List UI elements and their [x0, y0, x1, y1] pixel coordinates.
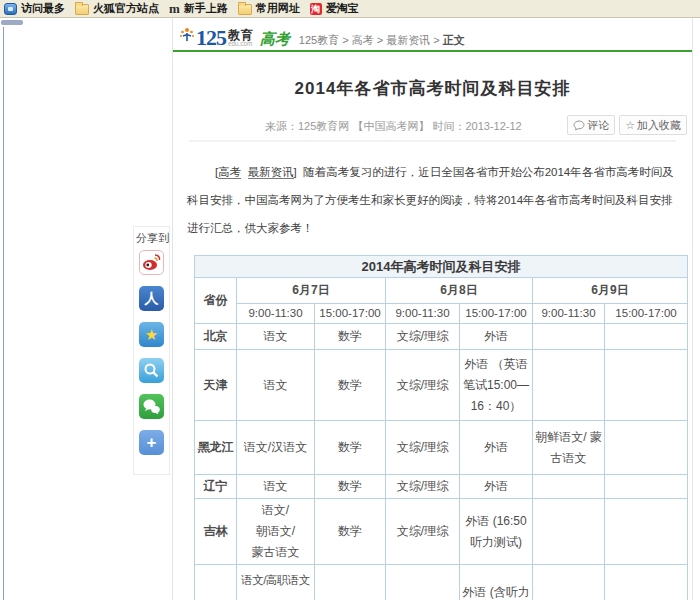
logo-icon — [179, 27, 195, 43]
subject-cell: 文综/理综 — [386, 324, 460, 350]
table-title: 2014年高考时间及科目安排 — [195, 256, 688, 278]
bookmark-label: 新手上路 — [184, 1, 228, 16]
meta-row: 来源：125教育网 【中国高考网】 时间：2013-12-12 评论 ☆ 加入收… — [173, 115, 692, 137]
bookmark-firefox-official[interactable]: 火狐官方站点 — [75, 1, 159, 16]
subject-cell — [533, 350, 605, 421]
sidebar-border — [3, 27, 4, 600]
article-page: 125 教育 edu.com 高考 125教育 > 高考 > 最新资讯 > 正文… — [172, 18, 693, 600]
subject-cell — [605, 350, 688, 421]
subject-cell — [605, 324, 688, 350]
favorite-button[interactable]: ☆ 加入收藏 — [619, 115, 687, 135]
province-cell: 黑龙江 — [195, 421, 237, 475]
qzone-icon[interactable]: ★ — [139, 322, 164, 347]
tencent-weibo-icon[interactable] — [139, 358, 164, 383]
taobao-icon: 淘 — [310, 3, 322, 15]
divider — [189, 140, 676, 142]
subject-cell: 数学 — [315, 421, 386, 475]
mozilla-icon: m — [169, 3, 180, 15]
table-row: 语文/高职语文 外语 (含听力 — [195, 565, 688, 600]
share-more-icon[interactable]: + — [139, 430, 164, 455]
subject-cell — [605, 565, 688, 600]
subject-cell: 外语 (16:50 听力测试) — [460, 499, 533, 565]
logo-number: 125 — [196, 27, 226, 49]
share-label: 分享到 — [134, 227, 169, 250]
col-header-time: 15:00-17:00 — [315, 304, 386, 324]
bookmark-label: 常用网址 — [256, 1, 300, 16]
col-header-time: 15:00-17:00 — [605, 304, 688, 324]
bookmark-label: 访问最多 — [21, 1, 65, 16]
subject-cell: 朝鲜语文/ 蒙 古语文 — [533, 421, 605, 475]
province-cell: 吉林 — [195, 499, 237, 565]
bookmark-common-sites[interactable]: 常用网址 — [238, 1, 300, 16]
star-icon: ☆ — [625, 119, 635, 132]
province-cell — [195, 565, 237, 600]
subject-cell: 外语 (含听力 — [460, 565, 533, 600]
source-info: 来源：125教育网 【中国高考网】 时间：2013-12-12 — [265, 119, 522, 134]
subject-cell — [533, 324, 605, 350]
subject-cell: 文综/理综 — [386, 350, 460, 421]
comment-button[interactable]: 评论 — [567, 115, 615, 135]
col-header-date: 6月9日 — [533, 278, 688, 304]
col-header-time: 15:00-17:00 — [460, 304, 533, 324]
subject-cell: 数学 — [315, 350, 386, 421]
folder-icon — [238, 4, 252, 15]
bookmark-label: 爱淘宝 — [326, 1, 359, 16]
table-row: 吉林 语文/ 朝语文/ 蒙古语文 数学 文综/理综 外语 (16:50 听力测试… — [195, 499, 688, 565]
site-header: 125 教育 edu.com 高考 125教育 > 高考 > 最新资讯 > 正文 — [173, 18, 692, 52]
table-row: 辽宁 语文 数学 文综/理综 外语 — [195, 475, 688, 499]
subject-cell — [605, 475, 688, 499]
gaokao-badge[interactable]: 高考 — [260, 30, 290, 49]
province-cell: 辽宁 — [195, 475, 237, 499]
col-header-date: 6月8日 — [386, 278, 533, 304]
bookmark-most-visited[interactable]: 访问最多 — [4, 1, 65, 16]
page-title: 2014年各省市高考时间及科目安排 — [173, 77, 692, 100]
subject-cell: 数学 — [315, 324, 386, 350]
bookmarks-bar: 访问最多 火狐官方站点 m 新手上路 常用网址 淘 爱淘宝 — [0, 0, 700, 18]
col-header-date: 6月7日 — [237, 278, 386, 304]
subject-cell: 文综/理综 — [386, 499, 460, 565]
col-header-time: 9:00-11:30 — [533, 304, 605, 324]
subject-cell: 文综/理综 — [386, 475, 460, 499]
folder-icon — [75, 4, 89, 15]
col-header-province: 省份 — [195, 278, 237, 324]
intro-paragraph: [高考 最新资讯] 随着高考复习的进行，近日全国各省市开始公布2014年各省市高… — [187, 158, 682, 242]
subject-cell: 外语 — [460, 421, 533, 475]
subject-cell: 语文/汉语文 — [237, 421, 315, 475]
bookmark-getting-started[interactable]: m 新手上路 — [169, 1, 228, 16]
subject-cell — [533, 499, 605, 565]
subject-cell — [605, 499, 688, 565]
breadcrumb-current: 正文 — [443, 34, 465, 46]
subject-cell: 数学 — [315, 475, 386, 499]
renren-icon[interactable]: 人 — [139, 286, 164, 311]
latest-news-link[interactable]: 最新资讯 — [248, 166, 294, 179]
bookmark-label: 火狐官方站点 — [93, 1, 159, 16]
subject-cell — [386, 565, 460, 600]
table-row: 北京 语文 数学 文综/理综 外语 — [195, 324, 688, 350]
wechat-icon[interactable] — [139, 394, 164, 419]
comment-icon — [573, 120, 585, 131]
bookmark-aitaobao[interactable]: 淘 爱淘宝 — [310, 1, 359, 16]
table-row: 黑龙江 语文/汉语文 数学 文综/理综 外语 朝鲜语文/ 蒙 古语文 — [195, 421, 688, 475]
gaokao-link[interactable]: 高考 — [218, 166, 241, 179]
subject-cell: 外语 — [460, 475, 533, 499]
subject-cell — [605, 421, 688, 475]
table-row: 天津 语文 数学 文综/理综 外语 （英语 笔试15:00— 16：40） — [195, 350, 688, 421]
share-panel: 分享到 人 ★ + — [133, 226, 170, 475]
most-visited-icon — [4, 3, 17, 15]
subject-cell: 语文/ 朝语文/ 蒙古语文 — [237, 499, 315, 565]
subject-cell: 外语 （英语 笔试15:00— 16：40） — [460, 350, 533, 421]
subject-cell: 语文 — [237, 324, 315, 350]
exam-schedule-table: 2014年高考时间及科目安排 省份 6月7日 6月8日 6月9日 9:00-11… — [194, 255, 688, 600]
breadcrumb: 125教育 > 高考 > 最新资讯 > 正文 — [299, 33, 465, 48]
logo-domain: edu.com — [228, 41, 252, 47]
sina-weibo-icon[interactable] — [139, 250, 164, 275]
subject-cell — [533, 475, 605, 499]
subject-cell — [533, 565, 605, 600]
sidebar-splitter[interactable] — [1, 20, 23, 25]
col-header-time: 9:00-11:30 — [386, 304, 460, 324]
subject-cell: 语文 — [237, 475, 315, 499]
site-logo[interactable]: 125 教育 edu.com — [179, 27, 255, 49]
breadcrumb-path[interactable]: 125教育 > 高考 > 最新资讯 > — [299, 34, 440, 46]
province-cell: 北京 — [195, 324, 237, 350]
subject-cell: 外语 — [460, 324, 533, 350]
